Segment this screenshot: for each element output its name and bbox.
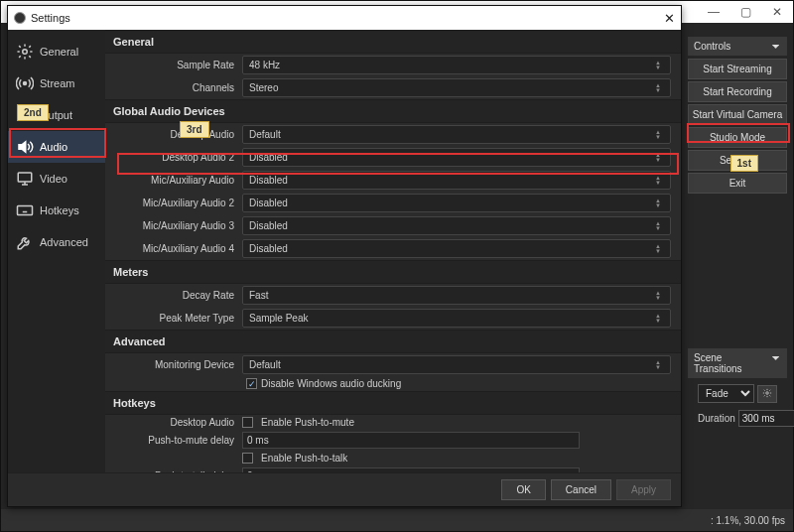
sidebar-item-label: Video <box>40 173 67 185</box>
duration-label: Duration <box>698 413 735 424</box>
hotkey-group-label: Desktop Audio <box>115 417 234 428</box>
chevron-updown-icon: ▲▼ <box>655 356 667 373</box>
push-to-talk-label: Enable Push-to-talk <box>261 453 347 464</box>
monitoring-device-select[interactable]: Default▲▼ <box>242 355 671 374</box>
push-to-mute-delay-input[interactable] <box>242 432 580 449</box>
decay-rate-select[interactable]: Fast▲▼ <box>242 286 671 305</box>
start-streaming-button[interactable]: Start Streaming <box>688 59 787 79</box>
checkbox-icon[interactable] <box>242 417 253 428</box>
channels-select[interactable]: Stereo▲▼ <box>242 78 671 97</box>
mic-aux-3-label: Mic/Auxiliary Audio 3 <box>115 220 234 231</box>
section-hotkeys: Hotkeys <box>105 391 681 415</box>
sidebar-item-label: Advanced <box>40 236 88 248</box>
svg-point-2 <box>24 82 27 85</box>
mic-aux-label: Mic/Auxiliary Audio <box>115 175 234 186</box>
mic-aux-select[interactable]: Disabled▲▼ <box>242 171 671 190</box>
mic-aux-2-select[interactable]: Disabled▲▼ <box>242 194 671 212</box>
main-close-button[interactable]: ✕ <box>761 5 793 19</box>
status-bar: : 1.1%, 30.00 fps <box>1 509 793 531</box>
sidebar-item-general[interactable]: General <box>8 36 105 67</box>
status-text: : 1.1%, 30.00 fps <box>711 515 785 526</box>
sidebar-item-audio[interactable]: Audio <box>8 131 105 163</box>
monitoring-device-label: Monitoring Device <box>115 359 234 370</box>
checkbox-icon: ✓ <box>246 378 257 389</box>
popout-icon[interactable]: ⏷ <box>771 41 781 52</box>
svg-point-1 <box>23 50 28 55</box>
sidebar-item-hotkeys[interactable]: Hotkeys <box>8 195 105 226</box>
sidebar-item-video[interactable]: Video <box>8 163 105 195</box>
sidebar-item-label: Audio <box>40 141 67 153</box>
apply-button[interactable]: Apply <box>616 479 671 500</box>
chevron-updown-icon: ▲▼ <box>655 126 667 143</box>
duration-input[interactable] <box>738 410 794 427</box>
main-max-button[interactable]: ▢ <box>729 5 761 19</box>
sidebar-item-label: Hotkeys <box>40 204 79 216</box>
monitor-icon <box>16 170 34 188</box>
peak-meter-type-label: Peak Meter Type <box>115 313 234 324</box>
audio-icon <box>16 138 34 156</box>
ok-button[interactable]: OK <box>501 479 545 500</box>
exit-button[interactable]: Exit <box>688 173 787 194</box>
dialog-title: Settings <box>31 12 70 24</box>
annotation-3rd: 3rd <box>180 121 209 138</box>
scene-transitions-header: Scene Transitions <box>694 352 771 374</box>
sidebar-item-label: General <box>40 46 78 58</box>
push-to-mute-label: Enable Push-to-mute <box>261 417 354 428</box>
settings-dialog: Settings ✕ General Stream Output <box>7 5 682 507</box>
desktop-audio-select[interactable]: Default▲▼ <box>242 125 671 144</box>
mic-aux-4-label: Mic/Auxiliary Audio 4 <box>115 243 234 254</box>
gear-icon <box>16 43 34 61</box>
chevron-updown-icon: ▲▼ <box>655 195 667 211</box>
main-min-button[interactable]: — <box>698 5 729 19</box>
mic-aux-3-select[interactable]: Disabled▲▼ <box>242 216 671 235</box>
transition-select[interactable]: Fade <box>698 384 754 403</box>
settings-content: General Sample Rate 48 kHz▲▼ Channels St… <box>105 30 681 472</box>
sample-rate-label: Sample Rate <box>115 60 234 70</box>
chevron-updown-icon: ▲▼ <box>655 57 667 73</box>
studio-mode-button[interactable]: Studio Mode <box>688 127 787 148</box>
chevron-updown-icon: ▲▼ <box>655 172 667 189</box>
push-to-mute-delay-label: Push-to-mute delay <box>115 435 234 446</box>
svg-rect-5 <box>18 206 33 215</box>
desktop-audio-2-label: Desktop Audio 2 <box>115 152 234 163</box>
section-general: General <box>105 30 681 54</box>
popout-icon[interactable]: ⏷ <box>771 352 781 374</box>
keyboard-icon <box>16 201 34 219</box>
start-virtual-camera-button[interactable]: Start Virtual Camera <box>688 104 787 125</box>
scene-transitions-panel: Scene Transitions⏷ Fade Duration <box>688 348 787 429</box>
controls-header: Controls <box>694 41 730 52</box>
dialog-titlebar: Settings ✕ <box>8 6 681 30</box>
mic-aux-2-label: Mic/Auxiliary Audio 2 <box>115 198 234 208</box>
sample-rate-select[interactable]: 48 kHz▲▼ <box>242 56 671 74</box>
section-global-audio: Global Audio Devices <box>105 99 681 123</box>
peak-meter-type-select[interactable]: Sample Peak▲▼ <box>242 309 671 328</box>
decay-rate-label: Decay Rate <box>115 290 234 301</box>
start-recording-button[interactable]: Start Recording <box>688 81 787 102</box>
desktop-audio-label: Desktop Audio <box>115 129 234 140</box>
disable-ducking-label: Disable Windows audio ducking <box>261 378 401 389</box>
dialog-close-button[interactable]: ✕ <box>664 11 675 26</box>
checkbox-icon[interactable] <box>242 453 253 464</box>
cancel-button[interactable]: Cancel <box>551 479 611 500</box>
wrench-icon <box>16 233 34 251</box>
disable-ducking-checkbox[interactable]: ✓ Disable Windows audio ducking <box>105 376 681 391</box>
section-meters: Meters <box>105 260 681 284</box>
chevron-updown-icon: ▲▼ <box>655 310 667 327</box>
svg-rect-4 <box>18 173 32 182</box>
transition-gear-icon[interactable] <box>757 385 777 403</box>
annotation-1st: 1st <box>730 155 758 172</box>
sidebar-item-advanced[interactable]: Advanced <box>8 226 105 258</box>
section-advanced: Advanced <box>105 330 681 353</box>
dialog-footer: OK Cancel Apply <box>8 472 681 506</box>
app-icon <box>14 12 26 24</box>
mic-aux-4-select[interactable]: Disabled▲▼ <box>242 239 671 258</box>
channels-label: Channels <box>115 82 234 93</box>
sidebar-item-label: Stream <box>40 77 74 89</box>
chevron-updown-icon: ▲▼ <box>655 287 667 304</box>
broadcast-icon <box>16 74 34 92</box>
sidebar-item-stream[interactable]: Stream <box>8 67 105 99</box>
annotation-2nd: 2nd <box>17 104 49 121</box>
chevron-updown-icon: ▲▼ <box>655 217 667 234</box>
svg-point-0 <box>766 391 769 394</box>
desktop-audio-2-select[interactable]: Disabled▲▼ <box>242 148 671 167</box>
